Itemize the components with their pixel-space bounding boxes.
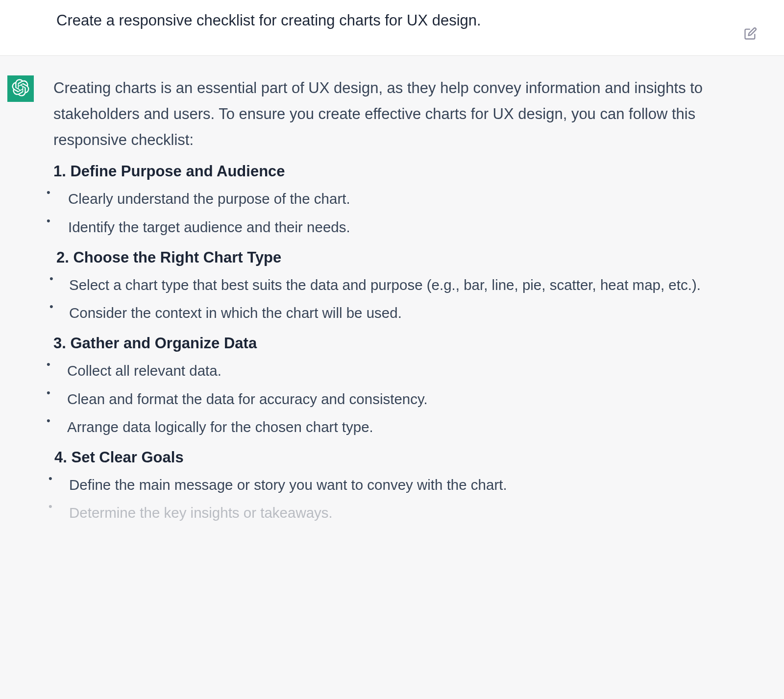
openai-logo-icon <box>12 79 29 98</box>
assistant-intro-text: Creating charts is an essential part of … <box>53 75 728 153</box>
assistant-content: Creating charts is an essential part of … <box>53 75 757 699</box>
assistant-message: Creating charts is an essential part of … <box>0 56 784 699</box>
edit-icon[interactable] <box>743 27 757 41</box>
section-2-list: Select a chart type that best suits the … <box>53 272 728 326</box>
user-message: Create a responsive checklist for creati… <box>0 0 784 56</box>
user-prompt-text: Create a responsive checklist for creati… <box>56 10 728 31</box>
section-heading-3: 3. Gather and Organize Data <box>53 335 728 352</box>
list-item: Select a chart type that best suits the … <box>53 272 728 298</box>
list-item: Consider the context in which the chart … <box>53 300 728 326</box>
list-item: Collect all relevant data. <box>53 358 728 384</box>
assistant-avatar <box>7 75 34 102</box>
section-heading-2: 2. Choose the Right Chart Type <box>53 249 728 266</box>
section-4-list: Define the main message or story you wan… <box>53 472 728 526</box>
list-item: Define the main message or story you wan… <box>53 472 728 498</box>
list-item: Determine the key insights or takeaways. <box>53 500 728 526</box>
section-heading-1: 1. Define Purpose and Audience <box>53 163 728 180</box>
list-item: Identify the target audience and their n… <box>53 215 728 240</box>
section-heading-4: 4. Set Clear Goals <box>53 449 728 466</box>
list-item: Clearly understand the purpose of the ch… <box>53 186 728 212</box>
list-item: Clean and format the data for accuracy a… <box>53 386 728 412</box>
section-3-list: Collect all relevant data. Clean and for… <box>53 358 728 440</box>
list-item: Arrange data logically for the chosen ch… <box>53 414 728 440</box>
bottom-fade-mask <box>4 644 784 699</box>
section-1-list: Clearly understand the purpose of the ch… <box>53 186 728 240</box>
